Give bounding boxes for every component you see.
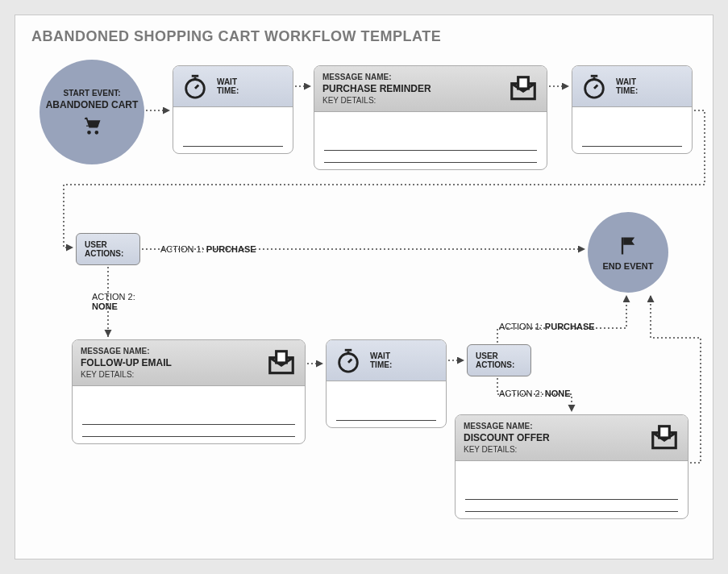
svg-line-16: [348, 360, 352, 363]
page-title: ABANDONED SHOPPING CART WORKFLOW TEMPLAT…: [31, 28, 697, 45]
svg-rect-18: [659, 426, 670, 438]
svg-line-3: [195, 85, 198, 89]
start-name: ABANDONED CART: [46, 99, 139, 110]
wait-node-1: WAIT TIME:: [173, 65, 293, 154]
svg-rect-12: [277, 351, 287, 363]
user-actions-node-2: USER ACTIONS:: [467, 344, 531, 376]
msg1-body: [314, 112, 547, 169]
msg1-header: MESSAGE NAME: PURCHASE REMINDER KEY DETA…: [314, 66, 547, 112]
workflow-canvas: ABANDONED SHOPPING CART WORKFLOW TEMPLAT…: [15, 15, 713, 559]
wait-node-2: WAIT TIME:: [572, 65, 693, 154]
start-label: START EVENT:: [64, 89, 121, 98]
message-node-1: MESSAGE NAME: PURCHASE REMINDER KEY DETA…: [314, 65, 547, 170]
stopwatch-icon: [580, 73, 608, 100]
svg-rect-7: [591, 75, 598, 77]
end-event-node: END EVENT: [588, 212, 668, 293]
svg-rect-10: [622, 237, 623, 254]
flag-icon: [617, 235, 639, 257]
decision-action2-label: ACTION 2:NONE: [92, 292, 135, 311]
mail-icon: [649, 422, 680, 453]
user-actions-node-1: USER ACTIONS:: [76, 233, 140, 265]
svg-rect-14: [345, 349, 352, 351]
decision2-action2-label: ACTION 2: NONE: [499, 389, 571, 398]
wait-node-3: WAIT TIME:: [326, 339, 447, 428]
svg-line-9: [594, 85, 597, 89]
message-node-2: MESSAGE NAME: FOLLOW-UP EMAIL KEY DETAIL…: [72, 339, 306, 444]
svg-rect-1: [192, 75, 199, 77]
mail-icon: [266, 347, 297, 378]
stopwatch-icon: [335, 347, 362, 374]
decision-action1-label: ACTION 1: PURCHASE: [160, 244, 256, 254]
fill-line: [183, 146, 283, 147]
message-node-3: MESSAGE NAME: DISCOUNT OFFER KEY DETAILS…: [455, 414, 688, 519]
svg-rect-5: [518, 77, 529, 89]
wait-header: WAIT TIME:: [173, 66, 293, 107]
decision2-action1-label: ACTION 1: PURCHASE: [499, 322, 595, 331]
stopwatch-icon: [181, 73, 209, 100]
wait-body: [173, 107, 293, 153]
mail-icon: [508, 73, 539, 104]
start-event-node: START EVENT: ABANDONED CART: [40, 60, 144, 164]
cart-icon: [81, 114, 103, 136]
